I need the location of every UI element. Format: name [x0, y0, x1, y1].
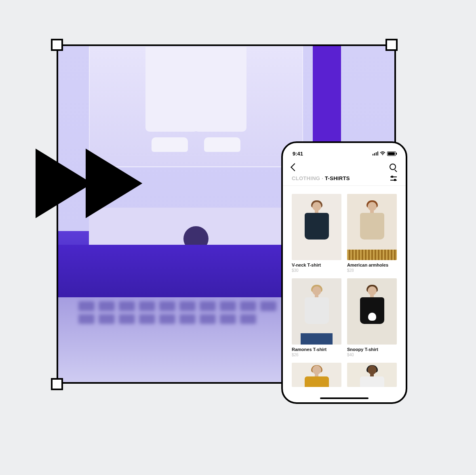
breadcrumb-row: CLOTHING · T-SHIRTS — [283, 175, 406, 186]
selection-handle-bottom-left[interactable] — [51, 378, 63, 390]
product-card[interactable]: V-neck T-shirt $30 — [292, 194, 341, 273]
product-card[interactable] — [347, 363, 397, 387]
product-card[interactable]: American armholes $28 — [347, 194, 397, 273]
nav-bar — [283, 159, 406, 175]
home-indicator[interactable] — [320, 397, 369, 399]
filter-icon[interactable] — [390, 176, 397, 181]
phone-mockup: 9:41 CLOTHING · T-SHIRTS V-neck T-shirt … — [281, 141, 407, 404]
status-time: 9:41 — [293, 151, 303, 157]
search-icon[interactable] — [390, 164, 397, 171]
breadcrumb[interactable]: CLOTHING · T-SHIRTS — [292, 175, 350, 181]
breadcrumb-parent: CLOTHING — [292, 175, 320, 181]
model-legs-illustration — [139, 47, 253, 167]
wifi-icon — [380, 151, 385, 156]
product-name: Snoopy T-shirt — [347, 347, 397, 352]
product-image — [292, 278, 341, 345]
product-card[interactable] — [292, 363, 341, 387]
breadcrumb-sep: · — [322, 175, 323, 181]
status-bar: 9:41 — [283, 143, 406, 159]
product-price: $40 — [347, 353, 397, 357]
battery-icon — [387, 151, 396, 156]
product-image — [347, 278, 397, 345]
product-card[interactable]: Snoopy T-shirt $40 — [347, 278, 397, 357]
product-card[interactable]: Ramones T-shirt $26 — [292, 278, 341, 357]
product-image — [347, 194, 397, 260]
selection-handle-top-left[interactable] — [51, 39, 63, 51]
product-name: V-neck T-shirt — [292, 263, 341, 267]
product-grid[interactable]: V-neck T-shirt $30 American armholes $28… — [283, 186, 406, 402]
product-price: $30 — [292, 268, 341, 273]
product-price: $26 — [292, 353, 341, 357]
product-image — [292, 194, 341, 260]
cellular-icon — [373, 151, 379, 156]
product-name: American armholes — [347, 263, 397, 267]
product-image — [292, 363, 341, 387]
product-name: Ramones T-shirt — [292, 347, 341, 352]
status-indicators — [373, 151, 396, 156]
breadcrumb-current: T-SHIRTS — [325, 175, 350, 181]
fast-forward-icon — [38, 151, 141, 216]
product-image — [347, 363, 397, 387]
back-icon[interactable] — [291, 163, 299, 171]
selection-handle-top-right[interactable] — [385, 39, 398, 51]
product-price: $28 — [347, 268, 397, 273]
